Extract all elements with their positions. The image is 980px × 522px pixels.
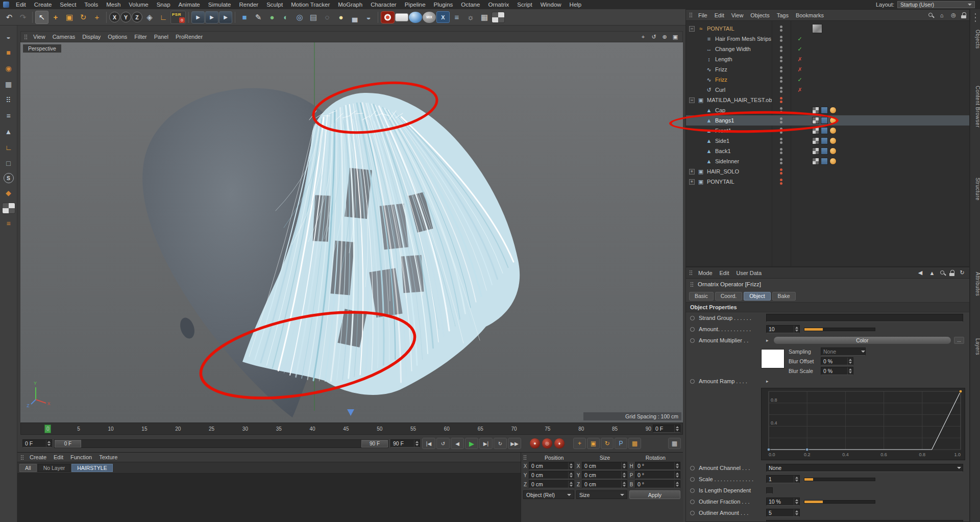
menu-simulate[interactable]: Simulate [205, 1, 235, 8]
anim-dot-icon[interactable] [690, 379, 695, 384]
keyframe-selection-button[interactable]: ♦ [554, 438, 565, 449]
menu-help[interactable]: Help [566, 1, 585, 8]
spinner-arrows-icon[interactable] [847, 358, 853, 365]
timeline-layout-button[interactable]: ▦ [668, 438, 681, 449]
anim-dot-icon[interactable] [690, 477, 695, 482]
coord-size-dropdown[interactable]: Size [576, 490, 627, 499]
toolbar-render-region-button[interactable]: ▶ [219, 11, 232, 23]
play-button[interactable]: ▶ [465, 438, 478, 449]
enable-state-icon[interactable]: ✗ [791, 87, 809, 93]
tool-points-mode-button[interactable]: ⠿ [2, 94, 15, 106]
axis-handle[interactable] [347, 409, 354, 416]
toolbar-spline-mask-button[interactable]: ◎ [293, 11, 306, 24]
thumbnail-tag[interactable] [812, 24, 822, 33]
visibility-dots[interactable] [772, 87, 791, 93]
viewport-menu-cameras[interactable]: Cameras [50, 33, 79, 40]
spinner-arrows-icon[interactable] [621, 462, 627, 469]
layer-menu-function[interactable]: Function [67, 454, 95, 461]
object-row-hair-solo-14[interactable]: +▣HAIR_SOLO [686, 166, 969, 177]
toolbar-stage-button[interactable]: ◒ [362, 11, 375, 24]
uv-tag[interactable] [821, 117, 828, 124]
layer-menu-texture[interactable]: Texture [96, 454, 120, 461]
anim-dot-icon[interactable] [690, 466, 695, 470]
object-row-ponytail-0[interactable]: −≈PONYTAIL [686, 23, 969, 34]
enable-state-icon[interactable]: ✓ [791, 77, 809, 83]
phong-tag[interactable] [829, 158, 837, 165]
group-channel-dropdown[interactable]: None [766, 520, 963, 522]
checker-tag[interactable] [812, 137, 819, 144]
uv-tag[interactable] [821, 158, 828, 165]
om-menu-objects[interactable]: Objects [747, 12, 772, 19]
menu-select[interactable]: Select [56, 1, 80, 8]
viewport-menu-filter[interactable]: Filter [131, 33, 150, 40]
spinner-arrows-icon[interactable] [621, 481, 627, 488]
menu-script[interactable]: Script [513, 1, 535, 8]
visibility-dots[interactable] [772, 158, 791, 164]
toolbar-render-view-button[interactable]: ▶ [191, 11, 205, 23]
toolbar-mix-button[interactable]: MIX [423, 12, 436, 23]
visibility-dots[interactable] [772, 168, 791, 175]
panel-grip-icon[interactable] [690, 282, 694, 287]
target-icon[interactable]: ◎ [949, 11, 958, 19]
position-y-input[interactable]: 0 cm [529, 471, 574, 479]
visibility-dots[interactable] [772, 107, 791, 113]
outliner-fraction-input[interactable]: 10 % [766, 498, 800, 506]
spinner-arrows-icon[interactable] [794, 498, 799, 505]
strand-group-input[interactable] [766, 314, 963, 322]
phong-tag[interactable] [829, 117, 837, 124]
tool-texture-mode-button[interactable]: ◉ [2, 62, 15, 74]
checker-tag[interactable] [812, 147, 819, 155]
spinner-arrows-icon[interactable] [794, 326, 799, 333]
object-row-frizz-4[interactable]: ∿Frizz✗ [686, 64, 969, 74]
search-icon[interactable] [928, 12, 934, 18]
object-row-change-width-2[interactable]: ↔Change Width✓ [686, 44, 969, 54]
visibility-dots[interactable] [772, 26, 791, 32]
om-menu-bookmarks[interactable]: Bookmarks [793, 12, 827, 19]
zoom-view-icon[interactable]: ⊕ [660, 33, 669, 41]
spinner-arrows-icon[interactable] [568, 471, 574, 479]
om-menu-file[interactable]: File [695, 12, 710, 19]
om-menu-view[interactable]: View [728, 12, 747, 19]
menu-mesh[interactable]: Mesh [103, 1, 124, 8]
spinner-arrows-icon[interactable] [46, 440, 52, 447]
expand-arrow-icon[interactable]: ▸ [766, 338, 769, 343]
attr-menu-user-data[interactable]: User Data [733, 269, 765, 277]
toolbar-rotate-button[interactable]: ↻ [77, 11, 90, 24]
ruler-frame-field[interactable]: 0 F [653, 425, 680, 433]
toolbar-field-button[interactable]: ◌ [321, 11, 334, 24]
checker-tag[interactable] [812, 117, 819, 124]
toolbar-coordinate-system-button[interactable]: ◈ [143, 11, 156, 24]
checker-tag[interactable] [812, 158, 819, 165]
toolbar-move-button[interactable]: + [49, 11, 62, 24]
scale-slider[interactable] [804, 478, 875, 481]
toolbar-add-cube-button[interactable]: ■ [238, 11, 251, 24]
viewport-menu-display[interactable]: Display [79, 33, 104, 40]
rotation-h-input[interactable]: 0 ° [635, 462, 680, 470]
phong-tag[interactable] [829, 147, 837, 155]
toolbar-generator-button[interactable]: ◐ [279, 11, 292, 24]
visibility-dots[interactable] [772, 36, 791, 42]
object-row-front1-10[interactable]: ▲Front1 [686, 126, 969, 136]
toolbar-grid-array-button[interactable]: ▦ [478, 11, 491, 24]
visibility-dots[interactable] [772, 148, 791, 154]
outliner-fraction-slider[interactable] [804, 500, 875, 504]
anim-dot-icon[interactable] [690, 316, 695, 320]
menu-sculpt[interactable]: Sculpt [263, 1, 286, 8]
size-y-input[interactable]: 0 cm [582, 471, 627, 479]
object-row-matilda-hair-test-obj-7[interactable]: −▣MATILDA_HAIR_TEST.obj [686, 95, 969, 105]
toolbar-undo-button[interactable]: ↶ [3, 11, 16, 24]
toolbar-workplane-button[interactable]: ∟ [157, 11, 170, 24]
viewport-menu-options[interactable]: Options [105, 33, 130, 40]
view-label[interactable]: Perspective [23, 44, 61, 53]
visibility-dots[interactable] [772, 138, 791, 144]
toolbar-picture-viewer-button[interactable] [395, 13, 408, 21]
rotation-p-input[interactable]: 0 ° [635, 471, 680, 479]
menu-edit[interactable]: Edit [12, 1, 30, 8]
menu-plugins[interactable]: Plugins [430, 1, 457, 8]
range-end-grip[interactable]: 90 F [361, 440, 388, 448]
amount-ramp-curve[interactable]: 0.40.80.00.20.40.60.81.0 [761, 388, 965, 460]
amount-slider[interactable] [804, 328, 875, 331]
expander-icon[interactable]: − [689, 97, 695, 103]
menu-character[interactable]: Character [367, 1, 400, 8]
viewport-menu-view[interactable]: View [30, 33, 48, 40]
